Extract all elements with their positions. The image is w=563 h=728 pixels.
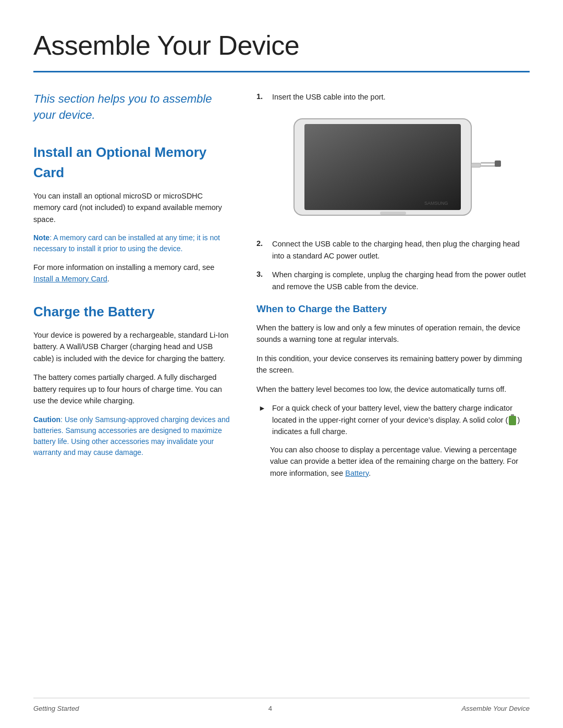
bullet-1-text: For a quick check of your battery level,… xyxy=(272,402,530,437)
title-divider xyxy=(33,71,530,72)
when-to-charge-section: When to Charge the Battery When the batt… xyxy=(256,302,530,479)
step-3-num: 3. xyxy=(256,269,268,292)
caution-text: Caution: Use only Samsung-approved charg… xyxy=(33,414,231,458)
page: Assemble Your Device This section helps … xyxy=(0,0,563,728)
charge-battery-heading: Charge the Battery xyxy=(33,302,231,322)
step-3-text: When charging is complete, unplug the ch… xyxy=(272,269,530,292)
tablet-illustration: SAMSUNG xyxy=(284,111,503,226)
caution-label: Caution xyxy=(33,415,60,424)
install-memory-note: Note: A memory card can be installed at … xyxy=(33,232,231,254)
bullet-1-followup: You can also choose to display a percent… xyxy=(270,444,530,479)
svg-rect-6 xyxy=(481,162,496,164)
battery-link-suffix: . xyxy=(369,469,371,477)
when-to-charge-para2: In this condition, your device conserves… xyxy=(256,353,530,376)
device-image: SAMSUNG xyxy=(256,111,530,226)
install-memory-section: Install an Optional Memory Card You can … xyxy=(33,142,231,285)
charge-battery-section: Charge the Battery Your device is powere… xyxy=(33,302,231,458)
page-title: Assemble Your Device xyxy=(33,25,530,66)
step-2-text: Connect the USB cable to the charging he… xyxy=(272,238,530,262)
svg-rect-7 xyxy=(481,165,496,167)
bullet-1-part1: For a quick check of your battery level,… xyxy=(272,404,512,424)
svg-rect-5 xyxy=(471,163,481,167)
note-body: : A memory card can be installed at any … xyxy=(33,233,220,253)
svg-rect-3 xyxy=(380,212,406,215)
when-to-charge-para1: When the battery is low and only a few m… xyxy=(256,322,530,346)
svg-rect-2 xyxy=(304,124,461,210)
bullet-arrow-1: ► xyxy=(259,402,267,437)
battery-icon xyxy=(509,416,516,425)
when-to-charge-para3: When the battery level becomes too low, … xyxy=(256,384,530,395)
step-1-text: Insert the USB cable into the port. xyxy=(272,91,386,103)
step-1: 1. Insert the USB cable into the port. xyxy=(256,91,530,103)
svg-text:SAMSUNG: SAMSUNG xyxy=(424,201,448,206)
svg-rect-8 xyxy=(495,161,501,167)
footer-left: Getting Started xyxy=(33,704,79,714)
caution-body: : Use only Samsung-approved charging dev… xyxy=(33,415,230,456)
install-memory-card-link[interactable]: Install a Memory Card xyxy=(33,275,107,283)
charge-battery-body2: The battery comes partially charged. A f… xyxy=(33,372,231,406)
install-memory-heading: Install an Optional Memory Card xyxy=(33,142,231,183)
page-footer: Getting Started 4 Assemble Your Device xyxy=(33,698,530,714)
when-to-charge-heading: When to Charge the Battery xyxy=(256,302,530,317)
right-column: 1. Insert the USB cable into the port. S… xyxy=(256,91,530,484)
footer-page-number: 4 xyxy=(268,704,272,714)
footer-right: Assemble Your Device xyxy=(461,704,530,714)
step-3: 3. When charging is complete, unplug the… xyxy=(256,269,530,292)
two-col-layout: This section helps you to assemble your … xyxy=(33,91,530,484)
step-2-num: 2. xyxy=(256,238,268,262)
battery-link-prefix: You can also choose to display a percent… xyxy=(270,446,518,477)
note-label: Note xyxy=(33,233,50,242)
step-2: 2. Connect the USB cable to the charging… xyxy=(256,238,530,262)
install-memory-body2: For more information on installing a mem… xyxy=(33,262,231,285)
left-column: This section helps you to assemble your … xyxy=(33,91,231,484)
install-memory-body2-prefix: For more information on installing a mem… xyxy=(33,263,214,272)
charge-battery-body1: Your device is powered by a rechargeable… xyxy=(33,329,231,364)
install-memory-body2-suffix: . xyxy=(107,275,109,283)
battery-link[interactable]: Battery xyxy=(345,469,369,477)
step-1-num: 1. xyxy=(256,91,268,103)
bullet-1: ► For a quick check of your battery leve… xyxy=(259,402,530,437)
install-memory-body1: You can install an optional microSD or m… xyxy=(33,190,231,225)
section-intro: This section helps you to assemble your … xyxy=(33,91,231,124)
